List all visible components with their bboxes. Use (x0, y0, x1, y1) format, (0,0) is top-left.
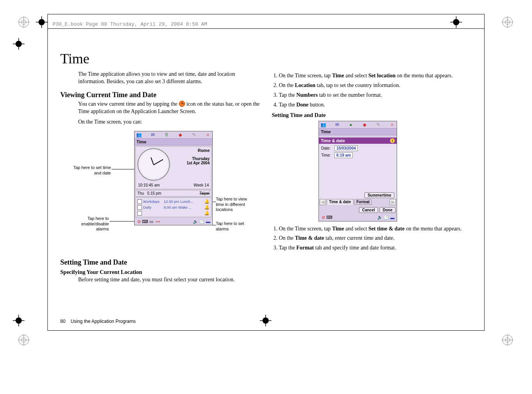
alarm-desc: Wake ... (178, 205, 203, 209)
alarm-desc: Lunch... (180, 199, 203, 204)
step-1: On the Time screen, tap Time and select … (279, 72, 472, 80)
figure-time-screen: Tap here to set time and date Tap here t… (72, 129, 235, 253)
registration-mark-icon (18, 16, 30, 28)
text: You can view current time and by tapping… (78, 101, 179, 107)
diamond-icon: ◆ (178, 132, 183, 138)
callout-view-loc: Tap here to view time in different locat… (216, 197, 255, 212)
battery-icon[interactable]: ▬ (205, 219, 211, 224)
alarm-row-empty[interactable]: 🔔 (136, 210, 211, 216)
alarm-row[interactable]: Daily 8:00 am Wake ... 🔔 (136, 204, 211, 210)
step-2: On the Location tab, tap to set the coun… (279, 82, 472, 89)
done-button[interactable]: Done (380, 207, 396, 213)
date-row: Date: 15/03/2004 (321, 145, 394, 151)
step-3: Tap the Numbers tab to set the number fo… (279, 92, 472, 99)
crop-target-icon (13, 38, 24, 50)
alarm-checkbox[interactable] (137, 205, 142, 210)
alarm-time: 8:00 am (164, 205, 177, 209)
header-rule (47, 28, 485, 29)
mail-icon: ✉ (334, 122, 340, 127)
contacts-icon: 👥 (136, 132, 142, 138)
tab-time-date[interactable]: Time & date (327, 199, 354, 205)
close-icon[interactable]: ⊘ (320, 215, 326, 220)
analog-clock[interactable] (137, 148, 170, 181)
step-1: On the Time screen, tap Time and select … (279, 225, 472, 233)
tab-prev-icon[interactable]: ◁ (320, 199, 326, 205)
subheading-location: Specifying Your Current Location (60, 269, 261, 275)
tab-header: Time & date i (319, 138, 397, 144)
keyboard-icon[interactable]: ⌨ (327, 215, 332, 220)
loc-city: Taipei (200, 191, 210, 195)
callout-line (112, 169, 135, 169)
keyboard-icon[interactable]: ⌨ (142, 219, 148, 224)
step-2: On the Time & date tab, enter current ti… (279, 235, 472, 242)
running-header: P30_E.book Page 80 Thursday, April 29, 2… (52, 21, 207, 27)
date-label: Date: (321, 146, 333, 150)
diamond-icon: ◆ (362, 122, 368, 127)
summertime-button[interactable]: Summertime (364, 192, 394, 198)
crop-target-icon (36, 16, 47, 28)
apps-icon: ⌗ (205, 132, 211, 138)
volume-icon[interactable]: 🔉 (377, 215, 383, 220)
bell-icon[interactable]: 🔔 (204, 199, 210, 204)
mail-icon: ✉ (150, 132, 156, 138)
registration-mark-icon (502, 16, 513, 28)
viewing-paragraph-1: You can view current time and by tapping… (78, 101, 261, 115)
crop-target-icon (13, 315, 24, 326)
globe-icon: ● (348, 122, 354, 127)
callout-line (110, 221, 135, 221)
bell-icon[interactable]: 🔔 (204, 205, 210, 210)
bottom-bar: ⊘ ⌨ 🔉 🕐 ▬ (319, 214, 397, 221)
time-label: Time: (321, 153, 333, 157)
date: 1st Apr 2004 (172, 161, 210, 165)
alarm-checkbox[interactable] (137, 211, 142, 216)
page-title: Time (60, 51, 472, 67)
alarm-label: Workdays (143, 199, 163, 204)
switch-icon[interactable]: ▭ (149, 219, 154, 224)
page-footer: 80 Using the Application Programs (60, 319, 136, 324)
callout-set-time: Tap here to set time and date (72, 165, 111, 175)
week-number: Week 14 (194, 183, 209, 187)
tab-strip: ◁ Time & date Format ▷ (319, 199, 397, 206)
volume-icon[interactable]: 🔉 (193, 219, 198, 224)
city-name: Rome (172, 148, 210, 153)
contacts-icon: 👥 (320, 122, 326, 127)
link-icon[interactable]: ⊶ (155, 219, 160, 224)
tab-next-icon[interactable]: ▷ (390, 199, 396, 205)
subheading-setting-time-date: Setting Time and Date (272, 112, 472, 119)
date-field[interactable]: 15/03/2004 (334, 145, 358, 151)
alarm-row[interactable]: Workdays 12:30 pm Lunch... 🔔 (136, 199, 211, 204)
figure-time-date-screen: 👥 ✉ ● ◆ ✎ ⌗ Time Time & date i (318, 121, 396, 221)
chapter-name: Using the Application Programs (71, 319, 136, 324)
location-steps: On the Time screen, tap Time and select … (272, 72, 472, 109)
close-icon[interactable]: ⊘ (136, 219, 142, 224)
device-screenshot-2: 👥 ✉ ● ◆ ✎ ⌗ Time Time & date i (318, 121, 397, 221)
alarms-panel: Workdays 12:30 pm Lunch... 🔔 Daily 8:00 … (135, 197, 212, 217)
clock-status-icon[interactable]: 🕐 (383, 215, 389, 220)
page-number: 80 (60, 319, 65, 324)
alarm-checkbox[interactable] (137, 199, 142, 204)
world-time-row[interactable]: Thu 5:15 pm Taipei (135, 190, 212, 197)
form-area: Date: 15/03/2004 Time: 6:19 am Summertim… (319, 144, 397, 199)
page-content: Time The Time application allows you to … (60, 51, 472, 284)
cancel-button[interactable]: Cancel (359, 207, 378, 213)
apps-icon: ⌗ (390, 122, 395, 127)
time-row: Time: 6:19 am (321, 152, 394, 158)
battery-icon[interactable]: ▬ (390, 215, 395, 220)
viewing-paragraph-2: On the Time screen, you can: (78, 119, 261, 126)
clock-status-icon[interactable]: 🕐 (199, 219, 205, 224)
callout-enable-alarms: Tap here to enable/disable alarms (72, 216, 109, 232)
status-bar: 👥 ✉ ⚲ ◆ ✎ ⌗ (135, 131, 212, 138)
tab-header-label: Time & date (321, 138, 345, 143)
note-icon: ✎ (191, 132, 197, 138)
registration-mark-icon (18, 334, 30, 346)
info-icon[interactable]: i (390, 138, 395, 143)
timedate-steps: On the Time screen, tap Time and select … (272, 225, 472, 252)
loc-day: Thu (137, 191, 144, 195)
tab-format[interactable]: Format (354, 199, 372, 205)
status-bar: 👥 ✉ ● ◆ ✎ ⌗ (319, 121, 397, 128)
bottom-bar: ⊘ ⌨ ▭ ⊶ 🔉 🕐 ▬ (135, 218, 212, 225)
time-field[interactable]: 6:19 am (334, 152, 353, 158)
bell-icon[interactable]: 🔔 (204, 211, 210, 216)
step-3: Tap the Format tab and specify time and … (279, 244, 472, 252)
app-title-bar: Time (135, 138, 212, 145)
